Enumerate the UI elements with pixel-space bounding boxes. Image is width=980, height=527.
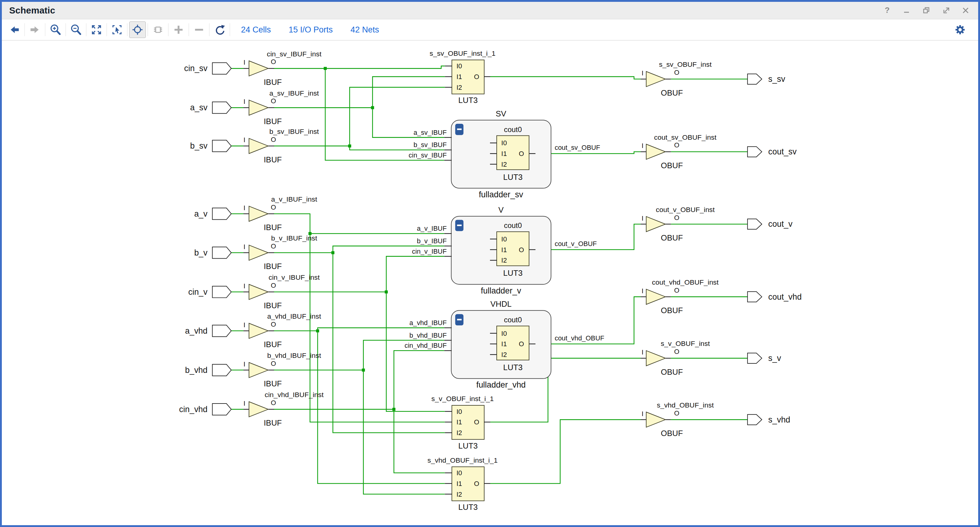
output-port-cout_sv[interactable]: cout_sv xyxy=(671,146,797,157)
port-pentagon[interactable] xyxy=(212,403,231,415)
port-pentagon[interactable] xyxy=(212,247,231,259)
label: LUT3 xyxy=(503,173,522,182)
autofit-selection-button[interactable] xyxy=(129,21,146,38)
minus-icon xyxy=(192,23,206,37)
zoom-fit-button[interactable] xyxy=(88,21,105,38)
buffer-triangle[interactable] xyxy=(249,139,268,154)
port-pentagon[interactable] xyxy=(212,62,231,74)
nets-link[interactable]: 42 Nets xyxy=(351,25,379,35)
regenerate-button[interactable] xyxy=(211,21,228,38)
hier-cell-fulladder_v[interactable]: Vfulladder_va_v_IBUFb_v_IBUFcin_v_IBUFI0… xyxy=(412,205,597,295)
port-pentagon[interactable] xyxy=(748,146,762,157)
net-a_vhd_trunk[interactable] xyxy=(274,328,444,331)
label: LUT3 xyxy=(503,269,522,277)
buffer-triangle[interactable] xyxy=(646,72,665,87)
restore-icon[interactable] xyxy=(921,5,932,16)
input-port-cin_vhd[interactable]: cin_vhd xyxy=(179,403,243,415)
buffer-triangle[interactable] xyxy=(249,245,268,260)
float-icon[interactable] xyxy=(941,5,951,16)
buffer-triangle[interactable] xyxy=(249,206,268,221)
label: O xyxy=(271,320,276,328)
port-pentagon[interactable] xyxy=(748,292,762,302)
output-port-cout_v[interactable]: cout_v xyxy=(671,219,793,229)
expand-cell-button[interactable] xyxy=(150,21,166,38)
buffer-triangle[interactable] xyxy=(249,61,268,76)
settings-button[interactable] xyxy=(952,21,968,38)
settings-gear-icon xyxy=(953,23,967,37)
port-pentagon[interactable] xyxy=(212,140,231,152)
label: cout_v xyxy=(768,220,793,229)
label: I2 xyxy=(456,429,462,436)
label: a_vhd_IBUF xyxy=(409,319,447,326)
label: b_sv_IBUF xyxy=(414,141,447,149)
port-pentagon[interactable] xyxy=(212,364,231,376)
label: I xyxy=(641,215,643,222)
input-port-b_v[interactable]: b_v xyxy=(194,247,243,259)
net-s_vhd_out[interactable] xyxy=(490,420,641,484)
io-ports-link[interactable]: 15 I/O Ports xyxy=(289,25,333,35)
label: a_v_IBUF xyxy=(417,224,447,232)
zoom-out-button[interactable] xyxy=(68,21,84,38)
input-port-cin_sv[interactable]: cin_sv xyxy=(184,62,243,74)
toolbar-separator xyxy=(148,23,148,36)
hier-cell-fulladder_vhd[interactable]: VHDLfulladder_vhda_vhd_IBUFb_vhd_IBUFcin… xyxy=(404,300,604,389)
zoom-selection-button[interactable] xyxy=(109,21,125,38)
port-pentagon[interactable] xyxy=(212,325,231,337)
buffer-triangle[interactable] xyxy=(249,100,268,116)
buffer-triangle[interactable] xyxy=(249,402,268,417)
label: cin_v_IBUF_inst xyxy=(269,273,320,281)
buffer-triangle[interactable] xyxy=(646,289,665,304)
buffer-triangle[interactable] xyxy=(646,412,665,427)
input-port-cin_v[interactable]: cin_v xyxy=(188,286,243,298)
label: cout_sv xyxy=(768,147,797,156)
buffer-triangle[interactable] xyxy=(646,217,665,232)
input-port-b_vhd[interactable]: b_vhd xyxy=(185,364,243,376)
collapse-button[interactable] xyxy=(191,21,207,38)
label: b_v_IBUF_inst xyxy=(271,234,317,242)
label: I xyxy=(641,142,643,150)
toolbar-separator xyxy=(189,23,189,36)
port-pentagon[interactable] xyxy=(748,353,762,363)
net-s_sv_out[interactable] xyxy=(490,76,641,79)
hier-cell-fulladder_sv[interactable]: SVfulladder_sva_sv_IBUFb_sv_IBUFcin_sv_I… xyxy=(409,109,600,199)
help-icon[interactable]: ? xyxy=(882,5,892,16)
port-pentagon[interactable] xyxy=(212,286,231,298)
input-port-a_sv[interactable]: a_sv xyxy=(190,102,243,114)
net-cin_v_to_lut[interactable] xyxy=(386,292,445,411)
output-port-s_sv[interactable]: s_sv xyxy=(671,74,786,84)
buffer-triangle[interactable] xyxy=(646,350,665,366)
schematic-canvas[interactable]: cin_svcin_sv_IBUF_instIOIBUFa_sva_sv_IBU… xyxy=(4,42,976,523)
minimize-icon[interactable] xyxy=(902,5,912,16)
port-pentagon[interactable] xyxy=(212,102,231,114)
label: I1 xyxy=(501,150,507,158)
expand-button[interactable] xyxy=(170,21,187,38)
input-port-a_vhd[interactable]: a_vhd xyxy=(185,325,243,337)
label: cin_v_IBUF xyxy=(412,248,447,255)
buffer-triangle[interactable] xyxy=(249,284,268,300)
port-pentagon[interactable] xyxy=(748,74,762,84)
port-pentagon[interactable] xyxy=(748,414,762,425)
label: I xyxy=(243,243,245,251)
output-port-s_v[interactable]: s_v xyxy=(671,353,781,363)
net-cin_sv_to_i0[interactable] xyxy=(325,66,445,68)
back-button[interactable] xyxy=(6,21,23,38)
forward-button[interactable] xyxy=(27,21,43,38)
label: O xyxy=(519,150,524,158)
net-a_vhd_to_lut[interactable] xyxy=(318,331,445,484)
close-icon[interactable] xyxy=(960,5,971,16)
label: b_vhd_IBUF xyxy=(409,331,447,339)
port-pentagon[interactable] xyxy=(748,219,762,229)
schematic-canvas-svg[interactable]: cin_svcin_sv_IBUF_instIOIBUFa_sva_sv_IBU… xyxy=(4,42,976,523)
buffer-triangle[interactable] xyxy=(249,363,268,378)
buffer-triangle[interactable] xyxy=(646,144,665,159)
buffer-triangle[interactable] xyxy=(249,323,268,339)
input-port-b_sv[interactable]: b_sv xyxy=(190,140,243,152)
output-port-s_vhd[interactable]: s_vhd xyxy=(671,414,791,425)
zoom-in-button[interactable] xyxy=(47,21,64,38)
zoom-selection-icon xyxy=(110,23,124,37)
output-port-cout_vhd[interactable]: cout_vhd xyxy=(671,292,802,302)
cells-link[interactable]: 24 Cells xyxy=(241,25,271,35)
net-b_vhd_to_lut[interactable] xyxy=(364,370,445,494)
port-pentagon[interactable] xyxy=(212,208,231,220)
input-port-a_v[interactable]: a_v xyxy=(194,208,243,220)
